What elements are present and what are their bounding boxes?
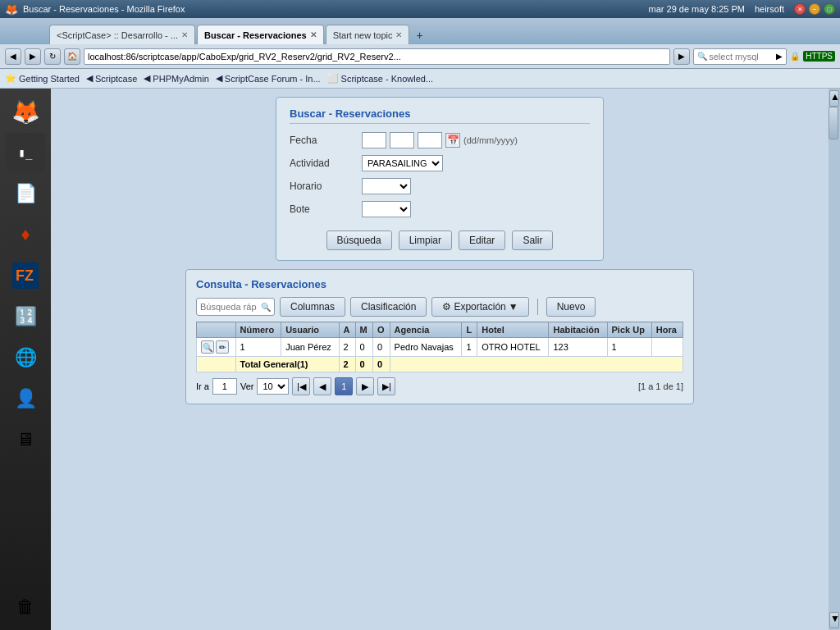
bookmark-icon-3: ◀ bbox=[144, 73, 150, 84]
bote-label: Bote bbox=[290, 203, 355, 215]
pagination: Ir a Ver 10 25 50 |◀ ◀ 1 ▶ ▶| [1 a 1 de … bbox=[196, 377, 683, 395]
back-button[interactable]: ◀ bbox=[5, 48, 21, 65]
cell-m: 0 bbox=[355, 338, 372, 357]
cell-hotel: OTRO HOTEL bbox=[477, 338, 549, 357]
url-input[interactable] bbox=[84, 48, 670, 65]
fecha-controls: 📅 (dd/mm/yyyy) bbox=[362, 132, 518, 148]
fecha-year-input[interactable] bbox=[418, 132, 442, 148]
toolbar-divider bbox=[537, 299, 538, 315]
cell-o: 0 bbox=[372, 338, 390, 357]
tab-scriptcase[interactable]: <ScriptCase> :: Desarrollo - ... ✕ bbox=[49, 25, 195, 44]
search-go-icon[interactable]: ▶ bbox=[776, 52, 783, 61]
page-number-input[interactable] bbox=[212, 378, 237, 395]
sidebar-icon-filezilla[interactable]: FZ bbox=[6, 256, 45, 295]
forward-button[interactable]: ▶ bbox=[25, 48, 41, 65]
bookmark-knowledge[interactable]: ⬜ Scriptcase - Knowled... bbox=[327, 73, 434, 84]
sidebar-icon-desktop[interactable]: 🖥 bbox=[6, 420, 45, 459]
nuevo-button[interactable]: Nuevo bbox=[546, 297, 596, 317]
scrollbar[interactable]: ▲ ▼ bbox=[829, 89, 840, 630]
bookmark-getting-started[interactable]: ⭐ Getting Started bbox=[5, 73, 80, 84]
bookmark-phpmyadmin[interactable]: ◀ PHPMyAdmin bbox=[144, 73, 208, 84]
bote-select[interactable] bbox=[362, 201, 411, 217]
chevron-down-icon: ▼ bbox=[509, 301, 518, 313]
bote-row: Bote bbox=[290, 201, 590, 217]
col-pickup: Pick Up bbox=[607, 322, 651, 338]
calendar-icon[interactable]: 📅 bbox=[445, 133, 460, 148]
home-button[interactable]: 🏠 bbox=[64, 48, 80, 65]
sidebar-icon-calculator[interactable]: 🔢 bbox=[6, 297, 45, 336]
user-display: heirsoft bbox=[755, 4, 784, 14]
sidebar-icon-user[interactable]: 👤 bbox=[6, 379, 45, 418]
last-page-button[interactable]: ▶| bbox=[377, 377, 395, 395]
columnas-button[interactable]: Columnas bbox=[280, 297, 345, 317]
tab-label: <ScriptCase> :: Desarrollo - ... bbox=[57, 30, 178, 40]
horario-select[interactable] bbox=[362, 178, 411, 194]
cell-hora bbox=[651, 338, 682, 357]
new-tab-button[interactable]: + bbox=[411, 26, 427, 44]
salir-button[interactable]: Salir bbox=[512, 231, 553, 250]
horario-label: Horario bbox=[290, 180, 355, 192]
table-row: 🔍 ✏ 1 Juan Pérez 2 0 0 Pedro Navajas 1 O… bbox=[197, 338, 683, 357]
tab-close-buscar[interactable]: ✕ bbox=[310, 30, 317, 39]
sidebar-icon-globe[interactable]: 🌐 bbox=[6, 338, 45, 377]
first-page-button[interactable]: |◀ bbox=[292, 377, 310, 395]
url-bar: ◀ ▶ ↻ 🏠 ▶ 🔍 ▶ 🔒 HTTPS bbox=[0, 44, 840, 69]
tab-start-new-topic[interactable]: Start new topic ✕ bbox=[326, 25, 410, 44]
search-input[interactable] bbox=[709, 52, 774, 62]
cell-numero: 1 bbox=[235, 338, 281, 357]
scroll-thumb[interactable] bbox=[829, 107, 838, 139]
cell-usuario: Juan Pérez bbox=[281, 338, 339, 357]
exportacion-button[interactable]: ⚙ Exportación ▼ bbox=[431, 297, 528, 317]
next-page-button[interactable]: ▶ bbox=[356, 377, 374, 395]
search-row-icon[interactable]: 🔍 bbox=[201, 340, 214, 354]
sidebar-icon-cards[interactable]: ♦ bbox=[6, 215, 45, 254]
bookmark-label-2: Scriptcase bbox=[95, 74, 137, 84]
prev-page-button[interactable]: ◀ bbox=[313, 377, 331, 395]
cell-pickup: 1 bbox=[607, 338, 651, 357]
edit-row-icon[interactable]: ✏ bbox=[216, 340, 229, 354]
action-icons: 🔍 ✏ bbox=[201, 340, 231, 354]
sidebar-icon-trash[interactable]: 🗑 bbox=[6, 587, 45, 627]
exportacion-label: Exportación bbox=[454, 301, 505, 313]
busqueda-button[interactable]: Búsqueda bbox=[326, 231, 392, 250]
tab-label-active: Buscar - Reservaciones bbox=[204, 30, 307, 40]
gear-icon: ⚙ bbox=[442, 301, 451, 313]
tab-close-topic[interactable]: ✕ bbox=[395, 30, 402, 39]
limpiar-button[interactable]: Limpiar bbox=[399, 231, 452, 250]
scroll-down-button[interactable]: ▼ bbox=[829, 612, 839, 628]
total-o: 0 bbox=[372, 357, 390, 372]
bookmark-label-4: ScriptCase Forum - In... bbox=[225, 74, 321, 84]
fecha-month-input[interactable] bbox=[390, 132, 414, 148]
editar-button[interactable]: Editar bbox=[459, 231, 505, 250]
total-empty bbox=[390, 357, 682, 372]
sidebar-icon-file[interactable]: 📄 bbox=[6, 174, 45, 213]
quick-search-box: 🔍 bbox=[196, 298, 275, 316]
minimize-button[interactable]: − bbox=[809, 3, 820, 15]
per-page-select[interactable]: 10 25 50 bbox=[257, 378, 289, 395]
bookmarks-bar: ⭐ Getting Started ◀ Scriptcase ◀ PHPMyAd… bbox=[0, 69, 840, 89]
cell-a: 2 bbox=[339, 338, 355, 357]
title-bar: 🦊 Buscar - Reservaciones - Mozilla Firef… bbox=[0, 0, 840, 18]
tab-close-scriptcase[interactable]: ✕ bbox=[181, 30, 188, 39]
current-page-button[interactable]: 1 bbox=[335, 377, 353, 395]
clasificacion-button[interactable]: Clasificación bbox=[350, 297, 427, 317]
scroll-up-button[interactable]: ▲ bbox=[829, 90, 839, 107]
total-a: 2 bbox=[339, 357, 355, 372]
bookmark-forum[interactable]: ◀ ScriptCase Forum - In... bbox=[216, 73, 321, 84]
sidebar-icon-terminal[interactable]: ▮_ bbox=[6, 133, 45, 172]
col-a: A bbox=[339, 322, 355, 338]
search-form-panel: Buscar - Reservaciones Fecha 📅 (dd/mm/yy… bbox=[276, 97, 604, 261]
maximize-button[interactable]: □ bbox=[824, 3, 835, 15]
quick-search-input[interactable] bbox=[200, 302, 258, 312]
close-button[interactable]: ✕ bbox=[794, 3, 806, 15]
bookmark-scriptcase[interactable]: ◀ Scriptcase bbox=[86, 73, 137, 84]
sidebar-icon-firefox[interactable]: 🦊 bbox=[6, 92, 45, 131]
reload-button[interactable]: ↻ bbox=[44, 48, 61, 65]
go-button[interactable]: ▶ bbox=[673, 48, 690, 65]
fecha-day-input[interactable] bbox=[362, 132, 386, 148]
table-header-row: Número Usuario A M O Agencia L Hotel Hab… bbox=[197, 322, 683, 338]
scroll-track[interactable] bbox=[829, 107, 840, 612]
main-area: 🦊 ▮_ 📄 ♦ FZ 🔢 🌐 👤 🖥 🗑 Buscar - Reservaci… bbox=[0, 89, 840, 630]
actividad-select[interactable]: PARASAILING OTRO bbox=[362, 155, 443, 171]
tab-buscar-reservaciones[interactable]: Buscar - Reservaciones ✕ bbox=[197, 25, 324, 44]
